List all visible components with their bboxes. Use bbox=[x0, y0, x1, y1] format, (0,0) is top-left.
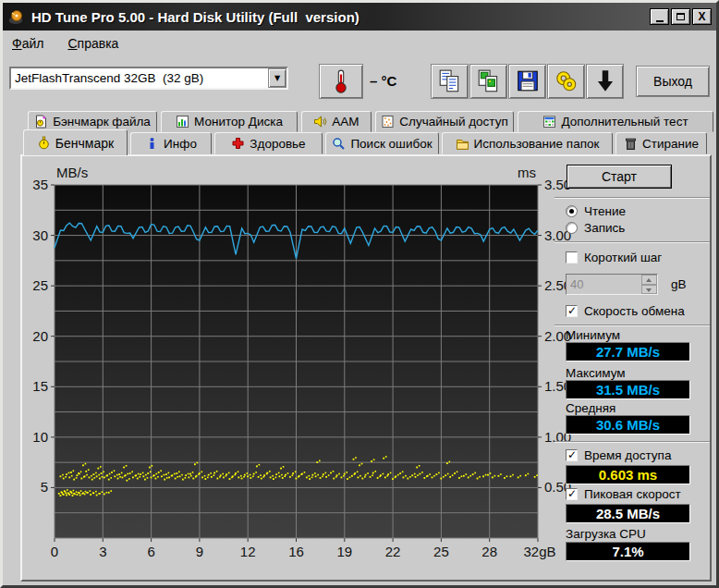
mode-write-option[interactable]: Запись bbox=[566, 221, 625, 235]
transfer-rate-label: Скорость обмена bbox=[584, 304, 685, 318]
svg-text:0: 0 bbox=[51, 544, 58, 559]
burst-rate-checkbox[interactable] bbox=[566, 488, 578, 500]
copy-text-button[interactable] bbox=[431, 64, 469, 99]
svg-text:35: 35 bbox=[32, 177, 48, 192]
exit-button[interactable]: Выход bbox=[636, 66, 710, 97]
temperature-button[interactable] bbox=[319, 64, 363, 99]
disk-monitor-icon bbox=[176, 115, 189, 129]
burst-rate-label: Пиковая скорост bbox=[584, 487, 681, 501]
svg-text:10: 10 bbox=[32, 429, 48, 445]
download-arrow-button[interactable] bbox=[586, 64, 624, 99]
copy-image-icon bbox=[477, 68, 501, 94]
tab-folder-usage[interactable]: Использование папок bbox=[442, 132, 613, 154]
maximum-label: Максимум bbox=[566, 366, 626, 380]
short-stride-checkbox[interactable] bbox=[566, 251, 578, 263]
menu-file[interactable]: Файл bbox=[12, 36, 43, 51]
menu-help[interactable]: Справка bbox=[67, 36, 118, 51]
title-bar: HD Tune Pro 5.00 - Hard Disk Utility (Fu… bbox=[3, 3, 716, 31]
window-title: HD Tune Pro 5.00 - Hard Disk Utility (Fu… bbox=[31, 9, 648, 25]
erase-icon bbox=[624, 137, 638, 151]
tab-label: Дополнительный тест bbox=[561, 115, 688, 129]
benchmark-chart: 036912161922252832gB35302520151053.503.0… bbox=[22, 156, 577, 568]
transfer-rate-option[interactable]: Скорость обмена bbox=[566, 304, 685, 318]
access-time-checkbox[interactable] bbox=[566, 449, 578, 461]
tab-benchmark[interactable]: Бенчмарк bbox=[23, 129, 128, 155]
tab-aam[interactable]: AAM bbox=[301, 111, 372, 132]
device-select[interactable]: JetFlashTranscend 32GB (32 gB) ▼ bbox=[9, 67, 288, 90]
maximize-button[interactable] bbox=[671, 8, 690, 25]
svg-text:32gB: 32gB bbox=[523, 544, 555, 559]
maximize-icon bbox=[676, 13, 685, 20]
cpu-usage-label: Загрузка CPU bbox=[566, 527, 646, 541]
tab-label: Бэнчмарк файла bbox=[53, 115, 151, 129]
svg-text:25: 25 bbox=[433, 544, 449, 559]
stride-unit-label: gB bbox=[671, 277, 687, 291]
tab-health[interactable]: Здоровье bbox=[214, 132, 323, 154]
tab-erase[interactable]: Стирание bbox=[615, 132, 707, 154]
short-stride-label: Короткий шаг bbox=[584, 251, 662, 264]
spin-up-icon[interactable] bbox=[641, 275, 657, 285]
save-icon bbox=[516, 68, 540, 94]
copy-image-button[interactable] bbox=[469, 64, 507, 99]
tab-label: Стирание bbox=[642, 137, 699, 151]
average-label: Средняя bbox=[566, 401, 615, 415]
separator bbox=[554, 197, 710, 199]
transfer-rate-checkbox[interactable] bbox=[566, 305, 578, 317]
menu-file-rest: айл bbox=[22, 36, 44, 51]
svg-text:5: 5 bbox=[41, 479, 48, 495]
tab-info[interactable]: Инфо bbox=[130, 132, 212, 154]
radio-read[interactable] bbox=[566, 205, 578, 217]
spin-down-icon[interactable] bbox=[641, 285, 657, 295]
thermometer-icon bbox=[329, 68, 353, 94]
mode-read-label: Чтение bbox=[584, 204, 626, 218]
file-benchmark-icon bbox=[34, 115, 48, 129]
device-select-value: JetFlashTranscend 32GB (32 gB) bbox=[11, 68, 268, 88]
access-time-label: Время доступа bbox=[584, 448, 671, 462]
mode-write-label: Запись bbox=[584, 221, 625, 235]
start-button[interactable]: Старт bbox=[567, 165, 672, 189]
svg-text:30: 30 bbox=[32, 227, 48, 243]
burst-rate-option[interactable]: Пиковая скорост bbox=[566, 487, 681, 501]
minimize-button[interactable] bbox=[650, 8, 669, 25]
tab-random-access[interactable]: Случайный доступ bbox=[375, 111, 514, 132]
minimum-label: Минимум bbox=[566, 328, 620, 342]
svg-text:6: 6 bbox=[147, 544, 154, 559]
options-button[interactable] bbox=[547, 64, 585, 99]
menu-bar: Файл Справка bbox=[3, 31, 716, 55]
minimum-value: 27.7 MB/s bbox=[566, 342, 690, 361]
tab-error-scan[interactable]: Поиск ошибок bbox=[325, 132, 439, 154]
stride-size-spin-buttons bbox=[641, 275, 657, 294]
app-window: HD Tune Pro 5.00 - Hard Disk Utility (Fu… bbox=[0, 0, 719, 588]
hard-disk-icon bbox=[7, 8, 25, 26]
radio-write[interactable] bbox=[566, 222, 578, 234]
cpu-usage-value: 7.1% bbox=[566, 542, 690, 561]
options-icon bbox=[554, 68, 579, 94]
chevron-down-icon[interactable]: ▼ bbox=[268, 68, 286, 88]
svg-text:22: 22 bbox=[385, 544, 401, 559]
svg-text:19: 19 bbox=[336, 544, 352, 559]
tab-disk-monitor[interactable]: Монитор Диска bbox=[161, 111, 298, 132]
short-stride-option[interactable]: Короткий шаг bbox=[566, 251, 662, 264]
tab-label: Монитор Диска bbox=[194, 115, 283, 129]
tab-label: Здоровье bbox=[250, 137, 305, 151]
tab-row-secondary: Бэнчмарк файла Монитор Диска AAM bbox=[28, 111, 713, 132]
tab-extra-tests[interactable]: Дополнительный тест bbox=[518, 111, 713, 132]
svg-text:15: 15 bbox=[32, 378, 48, 394]
save-button[interactable] bbox=[508, 64, 546, 99]
close-button[interactable]: X bbox=[692, 8, 712, 25]
svg-text:3: 3 bbox=[99, 544, 106, 559]
stride-size-value: 40 bbox=[567, 275, 641, 294]
download-arrow-icon bbox=[593, 68, 617, 94]
access-time-option[interactable]: Время доступа bbox=[566, 448, 671, 462]
stride-size-stepper[interactable]: 40 bbox=[566, 274, 658, 295]
tab-row-primary: Бенчмарк Инфо Здоровье Поиск ошибок bbox=[23, 132, 707, 155]
svg-text:MB/s: MB/s bbox=[56, 165, 88, 180]
svg-text:9: 9 bbox=[196, 544, 203, 559]
benchmark-page: 036912161922252832gB35302520151053.503.0… bbox=[20, 154, 712, 582]
tab-label: AAM bbox=[332, 115, 359, 129]
svg-text:12: 12 bbox=[240, 544, 256, 559]
tab-label: Инфо bbox=[164, 137, 197, 151]
burst-rate-value: 28.5 MB/s bbox=[566, 504, 690, 523]
mode-read-option[interactable]: Чтение bbox=[566, 204, 626, 218]
tab-label: Поиск ошибок bbox=[350, 137, 432, 151]
